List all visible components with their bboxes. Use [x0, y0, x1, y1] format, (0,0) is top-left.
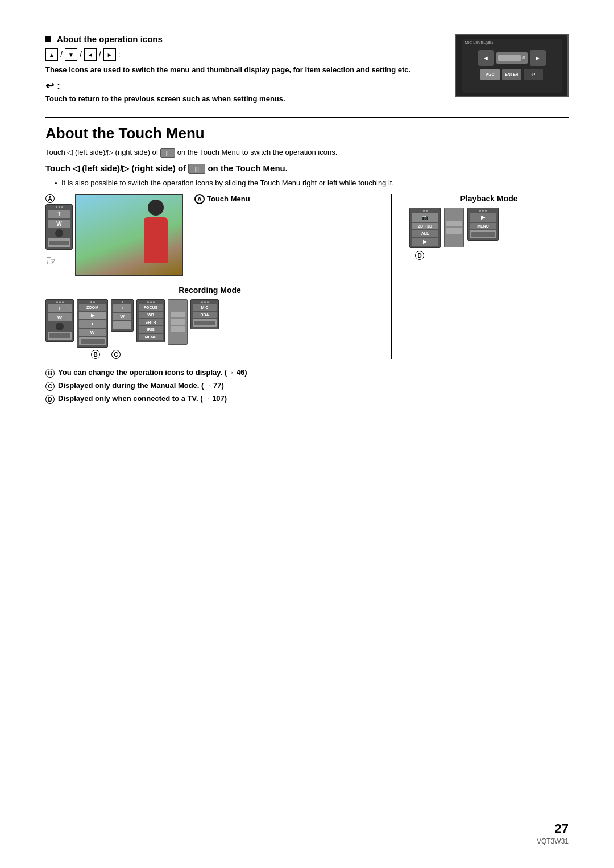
note-b: B You can change the operation icons to … — [45, 368, 569, 378]
modes-row: A T W — [45, 194, 569, 359]
pb-slider — [444, 208, 464, 247]
note-c: C Displayed only during the Manual Mode.… — [45, 381, 569, 391]
intro-text-part1: Touch ◁ (left side)/▷ (right side) of — [45, 148, 158, 156]
note-d-circle: D — [45, 395, 55, 404]
pb-panel-1: 📷 2D→3D ALL ▶ — [409, 208, 441, 248]
agc-btn: AGC — [480, 69, 500, 80]
playback-mode-label: Playback Mode — [409, 194, 569, 203]
bc-markers: B C — [45, 350, 374, 359]
left-icon: ◄ — [84, 48, 97, 61]
nav-icons-row: ▲ / ▼ / ◄ / ► : — [45, 48, 455, 61]
c-marker: C — [111, 350, 121, 359]
panel-t: T — [48, 210, 70, 218]
section-divider — [45, 117, 569, 118]
a-circle-small: A — [45, 194, 55, 204]
sliding-note: It is also possible to switch the operat… — [55, 179, 569, 187]
rec-panel-5 — [168, 299, 188, 345]
instruction-end: on the Touch Menu. — [208, 163, 288, 173]
touch-menu-bold-icon: ||| — [188, 164, 205, 174]
playback-panels: 📷 2D→3D ALL ▶ ▶ MENU — [409, 208, 569, 248]
operation-icons-section: About the operation icons ▲ / ▼ / ◄ / ► … — [45, 34, 455, 105]
return-desc: Touch to return to the previous screen s… — [45, 94, 455, 103]
touch-menu-instruction: Touch ◁ (left side)/▷ (right side) of ||… — [45, 163, 569, 174]
rec-panel-3: T W — [111, 299, 134, 332]
rec-panel-6: MIC BDA — [190, 299, 219, 329]
note-c-circle: C — [45, 382, 55, 391]
bottom-notes: B You can change the operation icons to … — [45, 368, 569, 404]
about-ops-title-text: About the operation icons — [57, 34, 163, 44]
note-d: D Displayed only when connected to a TV.… — [45, 394, 569, 404]
about-ops-title: About the operation icons — [45, 34, 455, 44]
rec-panel-4: FOCUS WB SHTR IRIS MENU — [136, 299, 165, 342]
page-footer: 27 VQT3W31 — [537, 821, 569, 845]
note-b-text: You can change the operation icons to di… — [58, 368, 247, 377]
panel-bar — [48, 238, 70, 247]
down-icon: ▼ — [65, 48, 77, 61]
b-circle: B — [91, 350, 100, 359]
a-label-group: A Touch Menu — [194, 194, 250, 204]
note-d-text: Displayed only when connected to a TV. (… — [58, 394, 227, 403]
top-section: About the operation icons ▲ / ▼ / ◄ / ► … — [45, 23, 569, 105]
intro-text-part2: on the Touch Menu to switch the operatio… — [177, 148, 338, 156]
panel-w: W — [48, 220, 70, 228]
small-touch-panel: T W — [45, 204, 73, 250]
enter-btn: ENTER — [502, 69, 521, 80]
rec-panel-1: T W — [45, 299, 74, 342]
intro-text: Touch ◁ (left side)/▷ (right side) of ||… — [45, 148, 569, 158]
pb-panel-2: ▶ MENU — [467, 208, 499, 241]
return-btn: ↩ — [524, 69, 543, 80]
return-symbol-row: ↩ : — [45, 80, 455, 92]
note-b-circle: B — [45, 369, 55, 378]
page-code: VQT3W31 — [537, 837, 569, 845]
return-symbol: ↩ : — [45, 80, 60, 92]
d-marker: D — [415, 250, 569, 261]
camera-preview — [75, 194, 183, 276]
d-circle: D — [415, 251, 424, 260]
a-text: Touch Menu — [207, 195, 250, 203]
playback-mode-area: Playback Mode 📷 2D→3D ALL ▶ — [392, 194, 569, 261]
right-icon: ► — [103, 48, 116, 61]
icons-desc: These icons are used to switch the menu … — [45, 65, 455, 74]
b-marker: B — [91, 350, 100, 359]
up-icon: ▲ — [45, 48, 58, 61]
instruction-part1: Touch ◁ (left side)/▷ (right side) of — [45, 163, 186, 173]
square-bullet-icon — [45, 36, 51, 42]
left-btn: ◄ — [478, 50, 494, 66]
c-circle: C — [111, 350, 121, 359]
hand-icon: ☞ — [45, 252, 59, 270]
note-c-text: Displayed only during the Manual Mode. (… — [58, 381, 224, 390]
recording-mode-label: Recording Mode — [45, 286, 374, 295]
right-btn: ► — [530, 50, 546, 66]
recording-mode-area: A T W — [45, 194, 392, 359]
recording-full-panels: T W ZOOM ▶ T W — [45, 299, 374, 348]
section-title: About the Touch Menu — [45, 125, 569, 142]
level-num: 0 — [522, 55, 525, 60]
device-image-panel: MIC LEVEL(dB) ◄ 0 ► AGC ENTER ↩ — [455, 34, 569, 97]
panel-dot — [55, 229, 63, 237]
mic-level-label: MIC LEVEL(dB) — [465, 40, 493, 44]
page-number: 27 — [537, 821, 569, 836]
touch-menu-inline-icon: ||| — [160, 148, 175, 158]
a-circle: A — [194, 194, 205, 204]
rec-panel-2: ZOOM ▶ T W — [77, 299, 108, 348]
